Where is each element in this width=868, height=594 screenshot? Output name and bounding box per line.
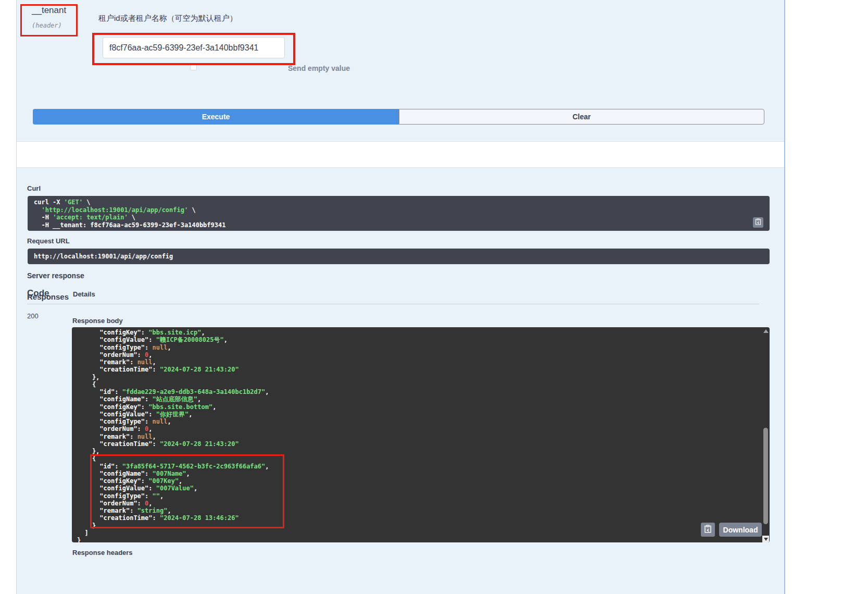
- request-url-value: http://localhost:19001/api/app/config: [34, 253, 173, 260]
- send-empty-value-label: Send empty value: [288, 64, 350, 72]
- tenant-value-input[interactable]: [103, 37, 285, 58]
- scrollbar-thumb[interactable]: [763, 428, 768, 524]
- request-url-block: http://localhost:19001/api/app/config: [28, 249, 770, 264]
- clear-button[interactable]: Clear: [399, 109, 764, 125]
- scrollbar-down-arrow-icon[interactable]: [762, 536, 769, 542]
- parameter-description: 租户id或者租户名称（可空为默认租户）: [98, 14, 237, 23]
- server-response-label: Server response: [27, 271, 84, 280]
- response-headers-label: Response headers: [72, 549, 133, 556]
- swagger-try-it-out-page: __tenant (header) 租户id或者租户名称（可空为默认租户） Se…: [0, 0, 868, 594]
- curl-command-text: curl -X 'GET' \ 'http://localhost:19001/…: [34, 199, 770, 229]
- download-button[interactable]: Download: [719, 523, 762, 537]
- clipboard-icon: [704, 525, 712, 535]
- response-body-block: "configKey": "bbs.site.icp", "configValu…: [72, 327, 770, 542]
- response-body-json: "configKey": "bbs.site.icp", "configValu…: [77, 329, 759, 542]
- code-column-header: Code: [27, 288, 49, 299]
- parameter-location: (header): [32, 22, 62, 29]
- execute-button[interactable]: Execute: [33, 109, 399, 125]
- curl-command-block: curl -X 'GET' \ 'http://localhost:19001/…: [28, 196, 770, 231]
- scrollbar-up-arrow-icon[interactable]: [763, 329, 769, 333]
- parameter-name: __tenant: [32, 5, 66, 16]
- copy-response-button[interactable]: [701, 523, 715, 537]
- copy-curl-button[interactable]: [753, 217, 763, 228]
- operation-panel: __tenant (header) 租户id或者租户名称（可空为默认租户） Se…: [16, 0, 785, 594]
- responses-section-header: Responses: [17, 141, 784, 168]
- table-header-divider: [27, 304, 759, 304]
- curl-label: Curl: [27, 184, 41, 192]
- status-code: 200: [27, 312, 39, 320]
- details-column-header: Details: [73, 290, 95, 298]
- response-body-label: Response body: [72, 317, 123, 325]
- response-body-scrollbar[interactable]: [762, 328, 769, 542]
- send-empty-value-checkbox[interactable]: [190, 64, 197, 70]
- clipboard-icon: [755, 218, 761, 227]
- request-url-label: Request URL: [27, 237, 70, 245]
